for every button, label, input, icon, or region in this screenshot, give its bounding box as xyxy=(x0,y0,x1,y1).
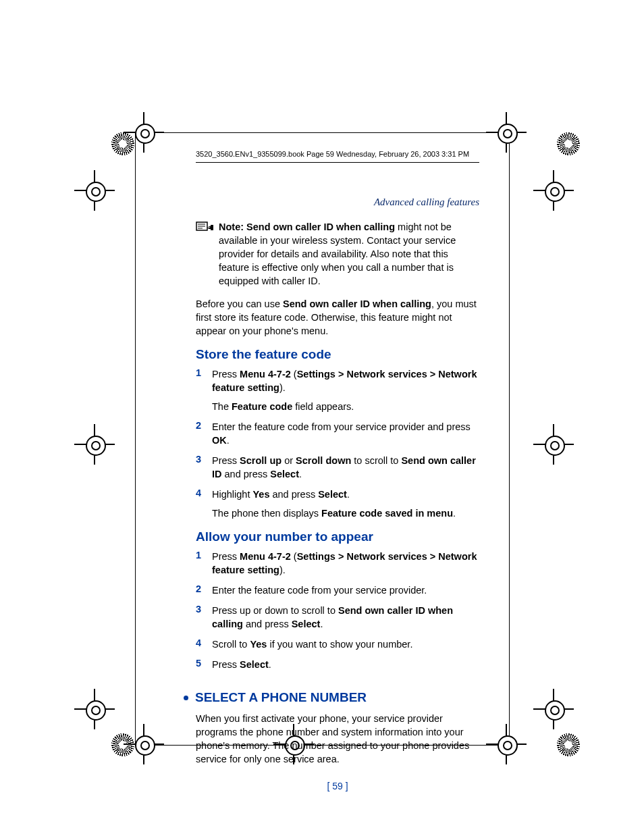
list-item: 4Scroll to Yes if you want to show your … xyxy=(196,637,479,651)
intro-bold: Send own caller ID when calling xyxy=(283,298,431,309)
list-item-body: Enter the feature code from your service… xyxy=(212,420,479,447)
heading-allow-number: Allow your number to appear xyxy=(196,529,479,544)
list-item-number: 5 xyxy=(196,658,212,671)
list-item-number: 2 xyxy=(196,420,212,447)
list-item-number: 4 xyxy=(196,488,212,520)
note-icon xyxy=(196,221,215,234)
list-item-subtext: The phone then displays Feature code sav… xyxy=(212,506,479,520)
intro-paragraph: Before you can use Send own caller ID wh… xyxy=(196,297,479,338)
heading-select-phone-number-text: SELECT A PHONE NUMBER xyxy=(195,690,367,705)
list-item-number: 3 xyxy=(196,604,212,631)
list-item-body: Scroll to Yes if you want to show your n… xyxy=(212,637,479,651)
list-item-body: Enter the feature code from your service… xyxy=(212,583,479,597)
list-item: 3Press up or down to scroll to Send own … xyxy=(196,604,479,631)
page-number: [ 59 ] xyxy=(196,781,479,791)
list-item: 5Press Select. xyxy=(196,658,479,671)
intro-pre: Before you can use xyxy=(196,298,283,309)
list-item-body: Press Menu 4-7-2 (Settings > Network ser… xyxy=(212,367,479,413)
list-item-number: 2 xyxy=(196,583,212,597)
list-item-body: Highlight Yes and press Select.The phone… xyxy=(212,488,479,520)
list-item-body: Press up or down to scroll to Send own c… xyxy=(212,604,479,631)
heading-store-feature-code: Store the feature code xyxy=(196,347,479,362)
page-content: 3520_3560.ENv1_9355099.book Page 59 Wedn… xyxy=(196,150,479,791)
list-item-body: Press Select. xyxy=(212,658,479,671)
list-item-body: Press Scroll up or Scroll down to scroll… xyxy=(212,454,479,481)
note-block: Note: Send own caller ID when calling mi… xyxy=(196,220,479,288)
allow-list: 1Press Menu 4-7-2 (Settings > Network se… xyxy=(196,550,479,671)
bullet-icon xyxy=(184,696,188,700)
list-item-number: 1 xyxy=(196,550,212,577)
note-prefix: Note: Send own caller ID when calling xyxy=(219,221,395,232)
heading-select-phone-number: SELECT A PHONE NUMBER xyxy=(196,690,479,705)
list-item-number: 1 xyxy=(196,367,212,413)
store-list: 1Press Menu 4-7-2 (Settings > Network se… xyxy=(196,367,479,520)
list-item: 2Enter the feature code from your servic… xyxy=(196,420,479,447)
list-item: 2Enter the feature code from your servic… xyxy=(196,583,479,597)
list-item: 4Highlight Yes and press Select.The phon… xyxy=(196,488,479,520)
list-item-number: 4 xyxy=(196,637,212,651)
list-item-number: 3 xyxy=(196,454,212,481)
list-item: 3Press Scroll up or Scroll down to scrol… xyxy=(196,454,479,481)
list-item: 1Press Menu 4-7-2 (Settings > Network se… xyxy=(196,550,479,577)
list-item-body: Press Menu 4-7-2 (Settings > Network ser… xyxy=(212,550,479,577)
note-text: Note: Send own caller ID when calling mi… xyxy=(219,220,479,288)
section-header: Advanced calling features xyxy=(196,197,479,208)
list-item-subtext: The Feature code field appears. xyxy=(212,400,479,413)
select-phone-paragraph: When you first activate your phone, your… xyxy=(196,712,479,766)
print-header-line: 3520_3560.ENv1_9355099.book Page 59 Wedn… xyxy=(196,150,479,163)
list-item: 1Press Menu 4-7-2 (Settings > Network se… xyxy=(196,367,479,413)
